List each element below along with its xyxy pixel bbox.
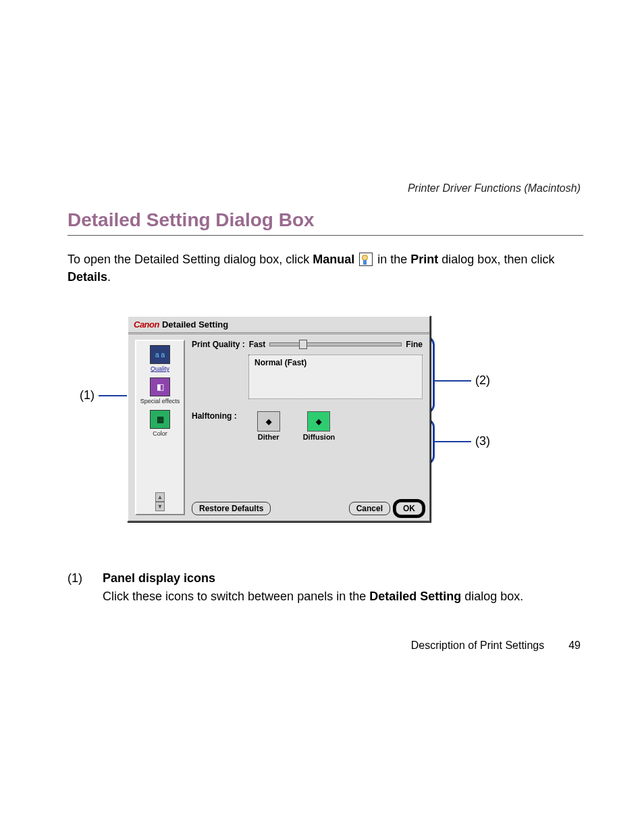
ok-button[interactable]: OK	[396, 502, 423, 515]
intro-text: in the	[374, 253, 410, 266]
slider-left-label: Fast	[249, 340, 266, 349]
description-title: Panel display icons	[103, 569, 523, 588]
halftone-diffusion[interactable]: ◆ Diffusion	[303, 411, 336, 441]
halftone-label: Diffusion	[303, 433, 336, 441]
dither-icon: ◆	[257, 411, 280, 432]
intro-manual: Manual	[313, 253, 354, 266]
callout-3: (3)	[435, 434, 490, 448]
callout-1-label: (1)	[80, 388, 95, 402]
description-text: dialog box.	[461, 590, 523, 603]
halftone-label: Dither	[257, 433, 280, 441]
restore-defaults-button[interactable]: Restore Defaults	[192, 502, 271, 515]
color-icon: ▦	[150, 410, 170, 429]
diffusion-icon: ◆	[307, 411, 330, 432]
halftone-options: ◆ Dither ◆ Diffusion	[257, 411, 336, 441]
intro-text: To open the Detailed Setting dialog box,…	[68, 253, 313, 266]
quality-status-text: Normal (Fast)	[254, 358, 306, 367]
callout-3-label: (3)	[475, 434, 490, 448]
dialog-body: a a Quality ◧ Special effects ▦ Color ▲ …	[128, 334, 429, 521]
callout-line	[435, 441, 471, 442]
callout-2-label: (2)	[475, 373, 490, 388]
title-rule	[68, 235, 583, 236]
description-text: Click these icons to switch between pane…	[103, 590, 369, 603]
page-title: Detailed Setting Dialog Box	[68, 209, 583, 231]
description-bold: Detailed Setting	[369, 590, 461, 603]
footer-section: Description of Print Settings	[411, 640, 544, 652]
page-footer: Description of Print Settings 49	[411, 640, 581, 652]
scroll-down-icon[interactable]: ▼	[155, 502, 165, 511]
description-body: Panel display icons Click these icons to…	[103, 569, 523, 606]
manual-icon	[359, 253, 373, 266]
halftoning-row: Halftoning : ◆ Dither ◆ Diffusion	[192, 411, 423, 441]
slider-track[interactable]	[269, 342, 402, 346]
intro-paragraph: To open the Detailed Setting dialog box,…	[68, 251, 583, 286]
halftoning-label: Halftoning :	[192, 411, 237, 421]
cancel-button[interactable]: Cancel	[349, 502, 390, 515]
panel-scroll: ▲ ▼	[155, 492, 165, 511]
slider-right-label: Fine	[406, 340, 423, 349]
intro-details: Details	[68, 270, 107, 284]
description-number: (1)	[68, 569, 90, 606]
panel-label: Color	[139, 430, 181, 437]
detailed-setting-dialog: Canon Detailed Setting a a Quality ◧ Spe…	[127, 315, 431, 522]
panel-label: Special effects	[139, 398, 181, 405]
scroll-up-icon[interactable]: ▲	[155, 492, 165, 502]
dialog-button-row: Restore Defaults Cancel OK	[192, 502, 423, 515]
canon-logo: Canon	[134, 319, 159, 330]
callout-2: (2)	[435, 373, 490, 388]
halftone-dither[interactable]: ◆ Dither	[257, 411, 280, 441]
page-breadcrumb: Printer Driver Functions (Macintosh)	[68, 182, 583, 194]
slider-thumb[interactable]	[299, 340, 307, 349]
intro-text: dialog box, then click	[438, 253, 554, 266]
print-quality-label: Print Quality :	[192, 340, 245, 349]
panel-label: Quality	[139, 365, 181, 372]
dialog-titlebar: Canon Detailed Setting	[128, 317, 429, 334]
description-row: (1) Panel display icons Click these icon…	[68, 569, 583, 606]
print-quality-slider[interactable]: Fast Fine	[249, 340, 423, 349]
quality-status-box: Normal (Fast)	[248, 355, 423, 399]
panel-item-special-effects[interactable]: ◧ Special effects	[139, 377, 181, 405]
print-quality-row: Print Quality : Fast Fine	[192, 340, 423, 349]
dialog-title: Detailed Setting	[162, 319, 228, 330]
panel-item-color[interactable]: ▦ Color	[139, 410, 181, 437]
panel-item-quality[interactable]: a a Quality	[139, 345, 181, 372]
dialog-content: Print Quality : Fast Fine Normal (Fast)	[192, 340, 423, 515]
intro-text: .	[107, 270, 111, 284]
intro-print: Print	[410, 253, 438, 266]
footer-page-number: 49	[568, 640, 581, 652]
quality-icon: a a	[150, 345, 170, 364]
callout-line	[435, 380, 471, 382]
special-effects-icon: ◧	[150, 377, 170, 396]
figure-wrap: (1) (2) (3) Canon Detailed Setting a a Q…	[68, 315, 583, 538]
panel-strip: a a Quality ◧ Special effects ▦ Color ▲ …	[135, 340, 185, 515]
